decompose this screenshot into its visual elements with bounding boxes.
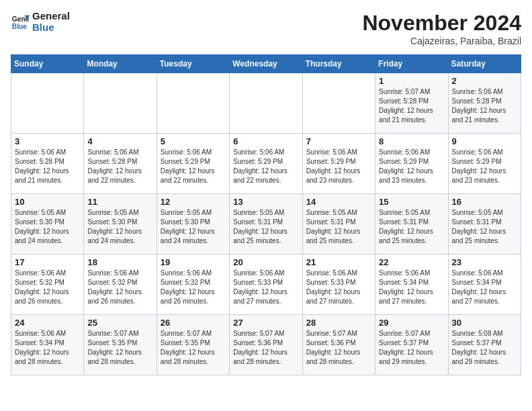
day-number: 16 [452,197,517,207]
calendar-table: SundayMondayTuesdayWednesdayThursdayFrid… [11,54,521,375]
day-number: 9 [452,136,517,146]
day-info: Sunrise: 5:07 AM Sunset: 5:37 PM Dayligh… [379,329,444,367]
day-info: Sunrise: 5:06 AM Sunset: 5:34 PM Dayligh… [379,269,444,306]
day-number: 19 [161,257,226,267]
day-info: Sunrise: 5:05 AM Sunset: 5:31 PM Dayligh… [306,208,371,246]
calendar-cell: 23Sunrise: 5:06 AM Sunset: 5:34 PM Dayli… [448,255,521,315]
calendar-cell: 10Sunrise: 5:05 AM Sunset: 5:30 PM Dayli… [11,194,84,255]
day-number: 24 [15,318,80,328]
day-info: Sunrise: 5:07 AM Sunset: 5:36 PM Dayligh… [233,329,298,367]
calendar-cell: 4Sunrise: 5:06 AM Sunset: 5:28 PM Daylig… [84,134,157,194]
day-number: 30 [452,318,517,328]
weekday-header-row: SundayMondayTuesdayWednesdayThursdayFrid… [11,55,521,73]
day-number: 13 [233,197,298,207]
day-info: Sunrise: 5:06 AM Sunset: 5:29 PM Dayligh… [452,148,517,185]
calendar-cell: 28Sunrise: 5:07 AM Sunset: 5:36 PM Dayli… [302,315,375,375]
calendar-cell: 1Sunrise: 5:07 AM Sunset: 5:28 PM Daylig… [375,73,448,134]
calendar-cell: 6Sunrise: 5:06 AM Sunset: 5:29 PM Daylig… [230,134,302,194]
day-info: Sunrise: 5:06 AM Sunset: 5:33 PM Dayligh… [306,269,371,306]
day-number: 27 [233,318,298,328]
title-block: November 2024 Cajazeiras, Paraiba, Brazi… [362,11,521,46]
day-number: 14 [306,197,371,207]
logo-line2: Blue [32,22,70,34]
calendar-cell: 13Sunrise: 5:05 AM Sunset: 5:31 PM Dayli… [230,194,302,255]
day-number: 3 [15,136,80,146]
calendar-cell: 24Sunrise: 5:06 AM Sunset: 5:34 PM Dayli… [11,315,84,375]
day-info: Sunrise: 5:06 AM Sunset: 5:28 PM Dayligh… [452,87,517,125]
calendar-cell: 7Sunrise: 5:06 AM Sunset: 5:29 PM Daylig… [302,134,375,194]
calendar-cell: 29Sunrise: 5:07 AM Sunset: 5:37 PM Dayli… [375,315,448,375]
day-number: 5 [161,136,226,146]
day-info: Sunrise: 5:06 AM Sunset: 5:32 PM Dayligh… [161,269,226,306]
day-info: Sunrise: 5:05 AM Sunset: 5:30 PM Dayligh… [87,208,152,246]
day-number: 8 [379,136,444,146]
calendar-cell: 21Sunrise: 5:06 AM Sunset: 5:33 PM Dayli… [302,255,375,315]
day-info: Sunrise: 5:06 AM Sunset: 5:34 PM Dayligh… [15,329,80,367]
calendar-cell: 14Sunrise: 5:05 AM Sunset: 5:31 PM Dayli… [302,194,375,255]
logo-icon: General Blue [11,13,30,32]
page-header: General Blue General Blue November 2024 … [11,11,521,46]
weekday-header-monday: Monday [84,55,157,73]
logo-line1: General [32,11,70,22]
calendar-cell [84,73,157,134]
calendar-cell: 30Sunrise: 5:08 AM Sunset: 5:37 PM Dayli… [448,315,521,375]
month-title: November 2024 [362,11,521,36]
day-number: 6 [233,136,298,146]
calendar-cell: 2Sunrise: 5:06 AM Sunset: 5:28 PM Daylig… [448,73,521,134]
day-info: Sunrise: 5:06 AM Sunset: 5:28 PM Dayligh… [15,148,80,185]
day-info: Sunrise: 5:08 AM Sunset: 5:37 PM Dayligh… [452,329,517,367]
day-number: 25 [87,318,152,328]
calendar-cell [230,73,302,134]
calendar-cell [157,73,229,134]
weekday-header-saturday: Saturday [448,55,521,73]
calendar-cell: 22Sunrise: 5:06 AM Sunset: 5:34 PM Dayli… [375,255,448,315]
calendar-cell: 15Sunrise: 5:05 AM Sunset: 5:31 PM Dayli… [375,194,448,255]
day-info: Sunrise: 5:06 AM Sunset: 5:32 PM Dayligh… [15,269,80,306]
day-info: Sunrise: 5:07 AM Sunset: 5:35 PM Dayligh… [161,329,226,367]
weekday-header-friday: Friday [375,55,448,73]
weekday-header-sunday: Sunday [11,55,84,73]
calendar-week-row: 1Sunrise: 5:07 AM Sunset: 5:28 PM Daylig… [11,73,521,134]
day-info: Sunrise: 5:06 AM Sunset: 5:29 PM Dayligh… [161,148,226,185]
weekday-header-wednesday: Wednesday [230,55,302,73]
calendar-week-row: 24Sunrise: 5:06 AM Sunset: 5:34 PM Dayli… [11,315,521,375]
day-number: 29 [379,318,444,328]
day-number: 22 [379,257,444,267]
day-number: 7 [306,136,371,146]
day-info: Sunrise: 5:07 AM Sunset: 5:28 PM Dayligh… [379,87,444,125]
day-number: 23 [452,257,517,267]
day-info: Sunrise: 5:07 AM Sunset: 5:35 PM Dayligh… [87,329,152,367]
calendar-cell: 9Sunrise: 5:06 AM Sunset: 5:29 PM Daylig… [448,134,521,194]
weekday-header-tuesday: Tuesday [157,55,229,73]
day-info: Sunrise: 5:05 AM Sunset: 5:31 PM Dayligh… [452,208,517,246]
day-number: 2 [452,76,517,86]
day-info: Sunrise: 5:06 AM Sunset: 5:34 PM Dayligh… [452,269,517,306]
calendar-cell: 8Sunrise: 5:06 AM Sunset: 5:29 PM Daylig… [375,134,448,194]
calendar-week-row: 17Sunrise: 5:06 AM Sunset: 5:32 PM Dayli… [11,255,521,315]
day-info: Sunrise: 5:06 AM Sunset: 5:33 PM Dayligh… [233,269,298,306]
calendar-cell: 16Sunrise: 5:05 AM Sunset: 5:31 PM Dayli… [448,194,521,255]
svg-text:Blue: Blue [12,23,28,30]
weekday-header-thursday: Thursday [302,55,375,73]
day-number: 20 [233,257,298,267]
day-info: Sunrise: 5:06 AM Sunset: 5:29 PM Dayligh… [233,148,298,185]
calendar-cell: 27Sunrise: 5:07 AM Sunset: 5:36 PM Dayli… [230,315,302,375]
calendar-cell: 5Sunrise: 5:06 AM Sunset: 5:29 PM Daylig… [157,134,229,194]
calendar-cell: 11Sunrise: 5:05 AM Sunset: 5:30 PM Dayli… [84,194,157,255]
day-number: 11 [87,197,152,207]
day-number: 17 [15,257,80,267]
day-info: Sunrise: 5:06 AM Sunset: 5:32 PM Dayligh… [87,269,152,306]
day-info: Sunrise: 5:05 AM Sunset: 5:30 PM Dayligh… [15,208,80,246]
day-info: Sunrise: 5:05 AM Sunset: 5:31 PM Dayligh… [379,208,444,246]
day-info: Sunrise: 5:05 AM Sunset: 5:30 PM Dayligh… [161,208,226,246]
calendar-week-row: 10Sunrise: 5:05 AM Sunset: 5:30 PM Dayli… [11,194,521,255]
calendar-cell: 20Sunrise: 5:06 AM Sunset: 5:33 PM Dayli… [230,255,302,315]
calendar-cell: 12Sunrise: 5:05 AM Sunset: 5:30 PM Dayli… [157,194,229,255]
calendar-cell: 19Sunrise: 5:06 AM Sunset: 5:32 PM Dayli… [157,255,229,315]
day-info: Sunrise: 5:07 AM Sunset: 5:36 PM Dayligh… [306,329,371,367]
calendar-cell: 25Sunrise: 5:07 AM Sunset: 5:35 PM Dayli… [84,315,157,375]
day-info: Sunrise: 5:06 AM Sunset: 5:29 PM Dayligh… [379,148,444,185]
day-number: 1 [379,76,444,86]
day-info: Sunrise: 5:06 AM Sunset: 5:28 PM Dayligh… [87,148,152,185]
day-info: Sunrise: 5:06 AM Sunset: 5:29 PM Dayligh… [306,148,371,185]
